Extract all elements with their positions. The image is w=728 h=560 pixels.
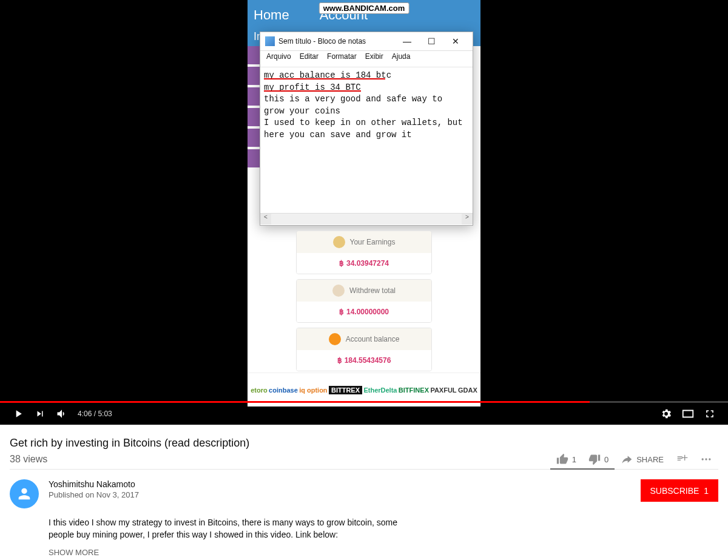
red-underline-2: [264, 90, 361, 92]
np-line: my profit is 34 BTC: [264, 82, 469, 94]
save-button[interactable]: [676, 453, 688, 465]
dislike-count: 0: [604, 455, 608, 464]
svg-point-2: [709, 458, 710, 460]
next-button[interactable]: [29, 403, 51, 425]
logo-paxful: PAXFUL: [430, 386, 456, 394]
video-title: Get rich by investing in Bitcoins (read …: [10, 437, 718, 450]
notepad-edit-icon: [333, 236, 345, 248]
share-icon: [621, 453, 633, 465]
current-time: 4:06: [78, 410, 92, 418]
show-more-button[interactable]: SHOW MORE: [49, 548, 718, 557]
bandicam-watermark: www.BANDICAM.com: [319, 2, 410, 14]
maximize-button[interactable]: ☐: [419, 36, 443, 46]
close-button[interactable]: ✕: [443, 36, 468, 46]
btc-symbol-icon: ฿: [339, 259, 344, 268]
dislike-button[interactable]: 0: [588, 453, 608, 465]
np-line: this is a very good and safe way to: [264, 93, 469, 106]
logo-coinbase: coinbase: [269, 386, 298, 394]
menu-ajuda[interactable]: Ajuda: [392, 52, 411, 66]
time-display: 4:06 / 5:03: [78, 410, 112, 418]
meta-row: 38 views 1 0 SHARE: [10, 453, 718, 470]
channel-name[interactable]: Yoshimitshu Nakamoto: [49, 479, 139, 489]
share-button[interactable]: SHARE: [621, 453, 664, 465]
volume-button[interactable]: [51, 403, 73, 425]
menu-arquivo[interactable]: Arquivo: [266, 52, 291, 66]
svg-point-1: [705, 458, 707, 460]
logo-gdax: GDAX: [458, 386, 477, 394]
fullscreen-button[interactable]: [699, 403, 721, 425]
card-withdrew: Withdrew total ฿14.00000000: [296, 279, 432, 323]
like-count: 1: [572, 455, 576, 464]
video-description: I this video I show my strategy to inves…: [49, 517, 425, 541]
video-player[interactable]: Home Account Investment Plans Support ww…: [0, 0, 728, 425]
more-horiz-icon: [700, 453, 712, 465]
notepad-icon: [265, 36, 275, 46]
more-button[interactable]: [700, 453, 712, 465]
publish-date: Published on Nov 3, 2017: [49, 490, 139, 499]
theater-button[interactable]: [677, 403, 699, 425]
btc-symbol-icon: ฿: [337, 356, 342, 365]
notepad-titlebar: Sem título - Bloco de notas — ☐ ✕: [260, 32, 473, 51]
play-button[interactable]: [7, 403, 29, 425]
np-line: grow your coins: [264, 106, 469, 118]
minimize-button[interactable]: —: [395, 36, 419, 46]
withdrew-value: 14.00000000: [346, 308, 389, 316]
menu-formatar[interactable]: Formatar: [327, 52, 357, 66]
menu-editar[interactable]: Editar: [300, 52, 318, 66]
menu-exibir[interactable]: Exibir: [365, 52, 383, 66]
subscribe-button[interactable]: SUBSCRIBE 1: [641, 479, 719, 502]
clipboard-icon: [332, 285, 345, 297]
notepad-textarea[interactable]: my acc balance is 184 btc my profit is 3…: [260, 67, 473, 213]
channel-avatar[interactable]: [10, 479, 39, 508]
sub-count: 1: [704, 486, 709, 496]
red-underline-1: [264, 78, 385, 79]
channel-info: Yoshimitshu Nakamoto Published on Nov 3,…: [49, 479, 139, 508]
btc-symbol-icon: ฿: [339, 308, 344, 316]
logo-bitfinex: BITFINEX: [399, 386, 429, 394]
balance-value: 184.55434576: [345, 356, 391, 365]
withdrew-label: Withdrew total: [349, 286, 396, 295]
share-label: SHARE: [636, 455, 664, 464]
nav-home: Home: [254, 7, 289, 23]
np-line: my acc balance is 184 btc: [264, 70, 469, 82]
channel-row: Yoshimitshu Nakamoto Published on Nov 3,…: [10, 470, 718, 508]
scroll-right-icon[interactable]: >: [462, 214, 473, 224]
logo-iqoption: iq option: [299, 386, 327, 394]
logo-bittrex: BITTREX: [329, 386, 362, 394]
stats-cards: Your Earnings ฿34.03947274 Withdrew tota…: [296, 231, 432, 376]
balance-label: Account balance: [346, 335, 400, 343]
card-earnings: Your Earnings ฿34.03947274: [296, 231, 432, 274]
card-balance: Account balance ฿184.55434576: [296, 328, 432, 371]
notepad-window: Sem título - Bloco de notas — ☐ ✕ Arquiv…: [260, 32, 473, 226]
np-line: here you can save and grow it: [264, 129, 469, 141]
notepad-title: Sem título - Bloco de notas: [278, 37, 366, 46]
np-line: I used to keep in on other wallets, but: [264, 117, 469, 129]
notepad-menubar: Arquivo Editar Formatar Exibir Ajuda: [260, 51, 473, 67]
earnings-label: Your Earnings: [350, 238, 396, 246]
notepad-scrollbar[interactable]: < >: [260, 213, 473, 224]
below-player: Get rich by investing in Bitcoins (read …: [0, 425, 728, 560]
earnings-value: 34.03947274: [346, 259, 389, 268]
person-icon: [16, 485, 33, 502]
playlist-add-icon: [676, 453, 688, 465]
scroll-left-icon[interactable]: <: [260, 214, 271, 224]
video-frame: Home Account Investment Plans Support ww…: [248, 0, 480, 407]
like-button[interactable]: 1: [556, 453, 576, 465]
logo-etherdelta: EtherDelta: [363, 386, 397, 394]
view-count: 38 views: [10, 454, 47, 465]
duration: 5:03: [98, 410, 112, 418]
thumbs-up-icon: [556, 453, 568, 465]
settings-button[interactable]: [655, 403, 677, 425]
logo-etoro: etoro: [251, 386, 268, 394]
player-controls: 4:06 / 5:03: [0, 403, 728, 425]
svg-point-0: [702, 458, 704, 460]
bitcoin-icon: [329, 333, 341, 345]
thumbs-down-icon: [588, 453, 601, 465]
